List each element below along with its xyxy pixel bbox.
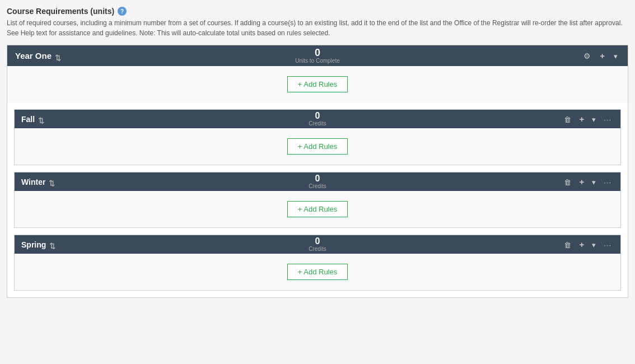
fall-actions bbox=[562, 113, 614, 125]
spring-header: Spring 0 Credits bbox=[15, 235, 620, 254]
winter-add-rules-button[interactable]: + Add Rules bbox=[287, 201, 348, 217]
plus-icon bbox=[579, 240, 584, 249]
winter-actions bbox=[562, 176, 614, 188]
trash-icon bbox=[564, 115, 571, 124]
year-one-body: + Add Rules bbox=[7, 66, 628, 102]
winter-body: + Add Rules bbox=[15, 191, 620, 227]
spring-label: Spring bbox=[21, 240, 46, 249]
fall-credits-label: Credits bbox=[309, 120, 326, 127]
spring-more-button[interactable] bbox=[601, 239, 614, 250]
fall-more-button[interactable] bbox=[601, 114, 614, 125]
page-header: Course Requirements (units) ? List of re… bbox=[7, 7, 628, 38]
page-description: List of required courses, including a mi… bbox=[7, 18, 623, 38]
year-one-gear-button[interactable] bbox=[581, 50, 593, 62]
help-icon[interactable]: ? bbox=[118, 7, 127, 16]
winter-section: Winter 0 Credits bbox=[14, 172, 621, 228]
spring-sort-icon[interactable] bbox=[49, 241, 56, 248]
year-one-collapse-button[interactable] bbox=[611, 50, 620, 62]
winter-collapse-button[interactable] bbox=[590, 176, 598, 188]
winter-header: Winter 0 Credits bbox=[15, 172, 620, 191]
year-one-units-value: 0 bbox=[295, 48, 339, 58]
spring-delete-button[interactable] bbox=[562, 239, 573, 250]
chevron-down-icon bbox=[592, 115, 596, 124]
spring-add-rules-button[interactable]: + Add Rules bbox=[287, 264, 348, 280]
winter-credits-label: Credits bbox=[309, 183, 326, 189]
fall-body: + Add Rules bbox=[15, 128, 620, 165]
winter-title: Winter bbox=[21, 178, 55, 186]
year-one-add-button[interactable] bbox=[597, 50, 607, 62]
year-one-units: 0 Units to Complete bbox=[295, 48, 339, 64]
year-one-container: Year One 0 Units to Complete + Add Rules… bbox=[7, 45, 628, 298]
fall-title: Fall bbox=[21, 115, 45, 124]
winter-more-button[interactable] bbox=[601, 176, 614, 188]
fall-credits: 0 Credits bbox=[309, 111, 326, 127]
fall-header: Fall 0 Credits bbox=[15, 110, 620, 128]
ellipsis-icon bbox=[604, 178, 611, 186]
winter-credits-value: 0 bbox=[309, 174, 326, 183]
fall-collapse-button[interactable] bbox=[590, 114, 598, 125]
year-one-actions bbox=[581, 50, 620, 62]
fall-credits-value: 0 bbox=[309, 111, 326, 120]
spring-actions bbox=[562, 239, 614, 250]
chevron-down-icon bbox=[592, 178, 596, 186]
plus-icon bbox=[600, 51, 605, 60]
winter-credits: 0 Credits bbox=[309, 174, 326, 189]
year-one-sort-icon[interactable] bbox=[55, 53, 62, 59]
gear-icon bbox=[583, 52, 591, 60]
plus-icon bbox=[579, 177, 584, 186]
fall-sort-icon[interactable] bbox=[38, 116, 45, 123]
fall-label: Fall bbox=[21, 115, 35, 124]
chevron-down-icon bbox=[592, 240, 596, 249]
year-one-add-rules-button[interactable]: + Add Rules bbox=[287, 76, 348, 92]
ellipsis-icon bbox=[604, 115, 611, 124]
winter-add-button[interactable] bbox=[577, 176, 586, 188]
fall-add-rules-button[interactable]: + Add Rules bbox=[287, 138, 348, 155]
plus-icon bbox=[579, 114, 584, 124]
page-title-text: Course Requirements (units) bbox=[7, 7, 114, 16]
year-one-header: Year One 0 Units to Complete bbox=[7, 45, 628, 66]
year-one-label: Year One bbox=[15, 51, 52, 60]
spring-body: + Add Rules bbox=[15, 254, 620, 290]
spring-title: Spring bbox=[21, 240, 56, 249]
fall-delete-button[interactable] bbox=[562, 114, 573, 125]
chevron-down-icon bbox=[614, 52, 618, 60]
winter-sort-icon[interactable] bbox=[49, 179, 55, 185]
spring-section: Spring 0 Credits bbox=[14, 235, 621, 291]
spring-collapse-button[interactable] bbox=[590, 239, 598, 250]
trash-icon bbox=[564, 178, 571, 186]
winter-delete-button[interactable] bbox=[562, 176, 573, 188]
year-one-units-label: Units to Complete bbox=[295, 58, 339, 64]
winter-label: Winter bbox=[21, 178, 45, 186]
fall-section: Fall 0 Credits bbox=[14, 109, 621, 165]
spring-add-button[interactable] bbox=[577, 239, 586, 250]
fall-add-button[interactable] bbox=[577, 113, 586, 125]
spring-credits-value: 0 bbox=[309, 237, 326, 246]
ellipsis-icon bbox=[604, 240, 611, 249]
spring-credits: 0 Credits bbox=[309, 237, 326, 252]
spring-credits-label: Credits bbox=[309, 246, 326, 252]
trash-icon bbox=[564, 240, 571, 249]
year-one-title: Year One bbox=[15, 51, 62, 60]
